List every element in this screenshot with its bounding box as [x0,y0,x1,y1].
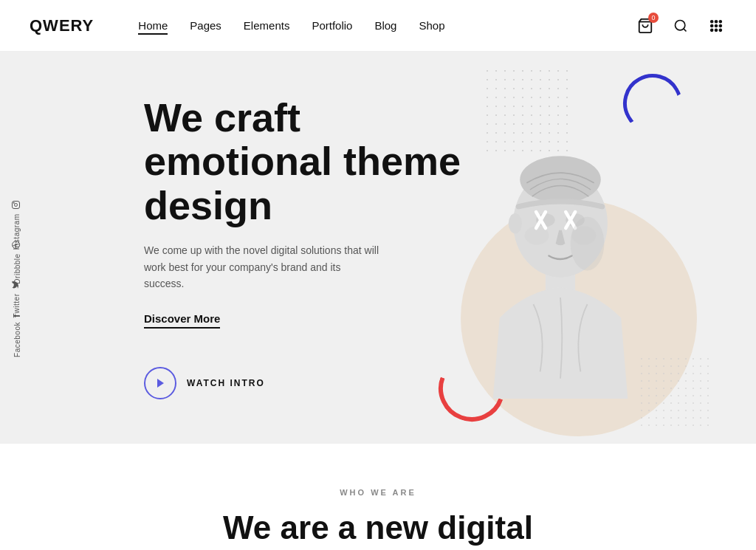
svg-point-3 [711,20,713,22]
statue-image [446,59,682,399]
svg-point-30 [571,216,605,270]
svg-point-25 [509,213,522,233]
svg-point-6 [711,24,713,27]
cart-icon[interactable]: 0 [635,16,656,36]
nav-pages[interactable]: Pages [190,19,221,32]
social-twitter[interactable]: Twitter [12,281,22,318]
svg-point-8 [720,24,722,27]
svg-point-9 [711,29,713,31]
grid-icon[interactable] [706,16,726,36]
svg-marker-16 [157,379,164,388]
hero-content: We craft emotional theme design We come … [144,96,469,399]
nav-home[interactable]: Home [138,19,168,32]
facebook-icon: f [12,314,22,317]
hero-description: We come up with the novel digital soluti… [144,242,380,292]
svg-point-7 [715,24,718,27]
svg-point-1 [676,20,685,30]
watch-intro-button[interactable]: WATCH INTRO [144,367,265,399]
svg-point-5 [720,20,722,22]
search-icon[interactable] [670,16,691,36]
svg-point-4 [715,20,718,22]
hero-section: We craft emotional theme design We come … [0,52,756,444]
watch-intro-label: WATCH INTRO [187,378,265,388]
svg-point-10 [715,29,718,31]
nav-portfolio[interactable]: Portfolio [312,19,352,32]
svg-line-2 [684,28,687,31]
svg-point-14 [13,202,14,203]
discover-more-link[interactable]: Discover More [144,312,220,329]
dribbble-icon [12,240,22,249]
logo[interactable]: QWERY [30,16,94,35]
social-dribbble[interactable]: Dribbble [12,240,22,283]
who-we-are-title: We are a new digital product development… [164,509,592,550]
header-icons: 0 [635,16,726,36]
instagram-icon [12,201,22,210]
who-we-are-label: WHO WE ARE [30,488,726,497]
nav-blog[interactable]: Blog [374,19,396,32]
svg-point-11 [720,29,722,31]
nav-elements[interactable]: Elements [244,19,290,32]
twitter-icon [12,281,22,289]
sidebar-social: Instagram Dribbble Twitter [0,103,33,458]
main-nav: Home Pages Elements Portfolio Blog Shop [138,19,635,32]
header: QWERY Home Pages Elements Portfolio Blog… [0,0,756,52]
play-circle-icon [144,367,176,399]
cart-badge: 0 [648,13,659,23]
social-facebook[interactable]: Facebook f [12,314,22,357]
hero-title: We craft emotional theme design [144,96,469,227]
who-we-are-section: WHO WE ARE We are a new digital product … [0,444,756,550]
nav-shop[interactable]: Shop [419,19,444,32]
svg-point-13 [15,204,18,207]
